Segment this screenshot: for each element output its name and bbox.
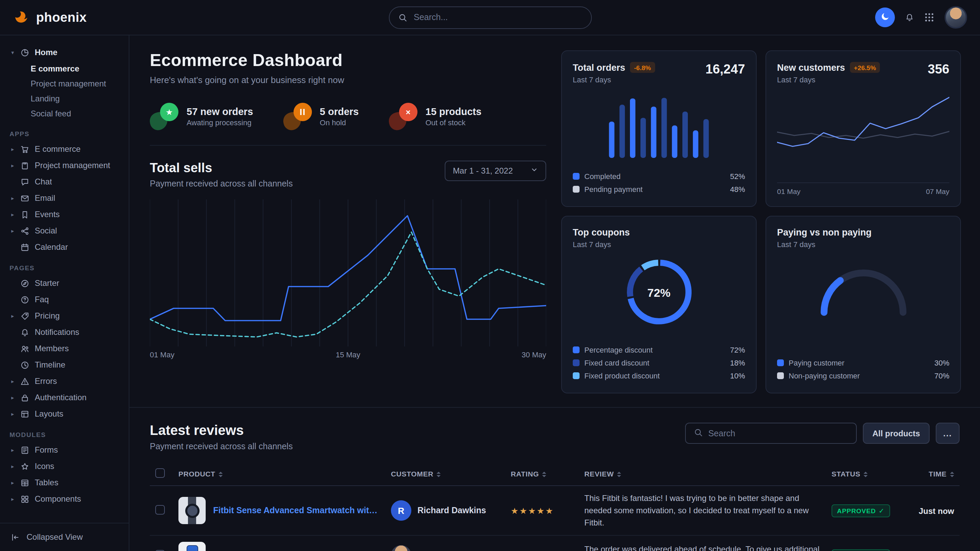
legend-item: Paying customer30% — [777, 356, 949, 369]
column-header-review[interactable]: REVIEW — [579, 462, 826, 486]
chevron-right-icon: ▸ — [10, 394, 16, 400]
sidebar-item-calendar[interactable]: Calendar — [10, 239, 123, 255]
total-orders-value: 16,247 — [706, 62, 745, 77]
sidebar-item-notifications[interactable]: Notifications — [10, 324, 123, 340]
new-customers-line-chart — [777, 89, 949, 168]
sidebar-item-chat[interactable]: Chat — [10, 173, 123, 190]
legend-swatch — [777, 359, 784, 366]
legend-label: Completed — [584, 172, 620, 180]
global-search[interactable] — [388, 6, 592, 29]
sidebar-item-authentication[interactable]: ▸Authentication — [10, 389, 123, 406]
sidebar-subitem-project-management[interactable]: Project management — [10, 76, 123, 91]
legend-value: 30% — [934, 358, 949, 367]
lock-icon — [21, 393, 30, 402]
sidebar-subitem-e-commerce[interactable]: E commerce — [10, 61, 123, 76]
sidebar-item-label: E commerce — [35, 144, 81, 154]
bookmark-icon — [21, 210, 30, 219]
sidebar-item-members[interactable]: Members — [10, 340, 123, 357]
user-avatar[interactable] — [945, 6, 967, 29]
all-products-button[interactable]: All products — [863, 423, 930, 444]
sidebar-item-e-commerce[interactable]: ▸E commerce — [10, 141, 123, 157]
sidebar-item-events[interactable]: ▸Events — [10, 206, 123, 222]
legend-item: Pending payment48% — [573, 183, 745, 195]
stat-value: 15 products — [426, 106, 482, 117]
legend-swatch — [573, 359, 579, 366]
chevron-right-icon: ▸ — [10, 211, 16, 218]
reviews-search-input[interactable] — [708, 429, 848, 438]
top-coupons-legend: Percentage discount72%Fixed card discoun… — [573, 343, 745, 382]
sidebar-item-label: Faq — [35, 295, 49, 304]
sidebar-item-label: Chat — [35, 177, 52, 186]
sidebar-subitem-landing[interactable]: Landing — [10, 91, 123, 106]
column-header-product[interactable]: PRODUCT — [173, 462, 385, 486]
cart-icon — [21, 144, 30, 154]
sidebar-item-faq[interactable]: Faq — [10, 291, 123, 308]
caret-down-icon: ▾ — [10, 49, 16, 56]
card-period: Last 7 days — [573, 76, 706, 84]
sidebar-item-label: Project management — [35, 160, 110, 170]
select-all-checkbox[interactable] — [155, 468, 165, 478]
clipboard-icon — [21, 161, 30, 170]
date-range-select[interactable]: Mar 1 - 31, 2022 — [445, 160, 546, 181]
notifications-bell-icon[interactable] — [905, 13, 914, 22]
sidebar-item-project-management[interactable]: ▸Project management — [10, 157, 123, 173]
product-thumbnail — [178, 542, 206, 551]
sidebar-item-layouts[interactable]: ▸Layouts — [10, 406, 123, 422]
sidebar-item-pricing[interactable]: ▸Pricing — [10, 308, 123, 324]
brand[interactable]: phoenix — [13, 8, 87, 27]
sidebar-item-label: Forms — [35, 445, 58, 455]
sidebar-item-tables[interactable]: ▸Tables — [10, 475, 123, 491]
legend-swatch — [573, 346, 579, 353]
main-content: Ecommerce Dashboard Here's what's going … — [129, 35, 980, 551]
sidebar-item-icons[interactable]: ▸Icons — [10, 458, 123, 475]
sidebar-item-forms[interactable]: ▸Forms — [10, 442, 123, 458]
sidebar-item-label: Notifications — [35, 327, 80, 337]
chat-icon — [21, 177, 30, 186]
moon-icon — [880, 11, 890, 23]
sidebar-item-home[interactable]: ▾ Home — [10, 44, 123, 61]
sort-icon — [617, 472, 621, 477]
sidebar-scroll: ▾ Home E commerceProject managementLandi… — [0, 35, 129, 522]
x-icon: × — [399, 103, 417, 121]
sidebar-item-errors[interactable]: ▸Errors — [10, 373, 123, 389]
stat-value: 5 orders — [320, 106, 359, 117]
row-checkbox[interactable] — [155, 549, 165, 551]
column-header-rating[interactable]: RATING — [505, 462, 579, 486]
review-text: This Fitbit is fantastic! I was trying t… — [584, 492, 821, 529]
sidebar-item-social[interactable]: ▸Social — [10, 222, 123, 239]
legend-value: 10% — [730, 371, 745, 380]
sidebar-item-starter[interactable]: Starter — [10, 275, 123, 291]
product-link[interactable]: Fitbit Sense Advanced Smartwatch with To… — [213, 506, 380, 515]
customer-avatar: R — [391, 500, 411, 521]
date-range-value: Mar 1 - 31, 2022 — [453, 166, 513, 176]
more-options-button[interactable]: ... — [936, 423, 959, 444]
sidebar-item-label: Email — [35, 193, 55, 203]
row-checkbox[interactable] — [155, 505, 165, 514]
column-header-status[interactable]: STATUS — [826, 462, 905, 486]
global-search-input[interactable] — [414, 13, 582, 22]
new-customers-card: New customers+26.5% Last 7 days 356 01 M… — [765, 50, 961, 207]
sidebar-item-label: Layouts — [35, 409, 63, 419]
status-badge: APPROVED ✓ — [832, 549, 890, 551]
paying-legend: Paying customer30%Non-paying customer70% — [777, 356, 949, 382]
share-icon — [21, 226, 30, 235]
theme-toggle-button[interactable] — [875, 8, 895, 27]
app: phoenix ▾ Home E commerceProject managem… — [0, 0, 980, 551]
chevron-right-icon: ▸ — [10, 313, 16, 319]
components-icon — [21, 494, 30, 503]
card-title: New customers — [777, 62, 845, 73]
collapsed-view-toggle[interactable]: Collapsed View — [0, 522, 129, 551]
sidebar-item-components[interactable]: ▸Components — [10, 491, 123, 507]
column-header-time[interactable]: TIME — [905, 462, 959, 486]
legend-item: Non-paying customer70% — [777, 369, 949, 382]
reviews-search[interactable] — [685, 423, 857, 444]
table-row: iPhone 13 pro max-Pacific Blue-128GB sto… — [150, 535, 959, 551]
sidebar-subitem-social-feed[interactable]: Social feed — [10, 106, 123, 121]
apps-grid-icon[interactable] — [924, 12, 934, 22]
column-header-customer[interactable]: CUSTOMER — [385, 462, 505, 486]
chevron-right-icon: ▸ — [10, 480, 16, 486]
sidebar-item-timeline[interactable]: Timeline — [10, 357, 123, 373]
legend-swatch — [573, 372, 579, 379]
users-icon — [21, 344, 30, 353]
sidebar-item-email[interactable]: ▸Email — [10, 190, 123, 206]
